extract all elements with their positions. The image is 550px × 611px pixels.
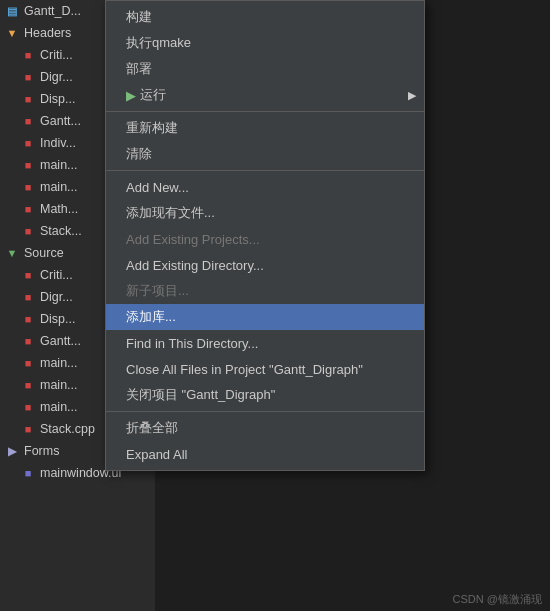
menu-item-expand-all[interactable]: Expand All	[106, 441, 424, 467]
menu-item-find-in-dir[interactable]: Find in This Directory...	[106, 330, 424, 356]
menu-item-add-new[interactable]: Add New...	[106, 174, 424, 200]
main-layout: ▤ Gantt_D... ▼ Headers ■ Criti... ■ Digr…	[0, 0, 550, 611]
menu-item-add-existing-dir[interactable]: Add Existing Directory...	[106, 252, 424, 278]
menu-item-build[interactable]: 构建	[106, 4, 424, 30]
menu-item-qmake[interactable]: 执行qmake	[106, 30, 424, 56]
menu-item-add-existing-file[interactable]: 添加现有文件...	[106, 200, 424, 226]
menu-item-add-library[interactable]: 添加库...	[106, 304, 424, 330]
menu-item-rebuild[interactable]: 重新构建	[106, 115, 424, 141]
menu-item-clean[interactable]: 清除	[106, 141, 424, 167]
menu-item-close-project[interactable]: 关闭项目 "Gantt_Digraph"	[106, 382, 424, 408]
menu-separator-3	[106, 411, 424, 412]
submenu-arrow-icon: ▶	[408, 89, 416, 102]
menu-item-close-all-files[interactable]: Close All Files in Project "Gantt_Digrap…	[106, 356, 424, 382]
context-menu-overlay: 构建 执行qmake 部署 ▶ 运行 ▶ 重新构建 清除 Add New..	[0, 0, 550, 611]
menu-item-deploy[interactable]: 部署	[106, 56, 424, 82]
context-menu: 构建 执行qmake 部署 ▶ 运行 ▶ 重新构建 清除 Add New..	[105, 0, 425, 471]
menu-item-collapse-all[interactable]: 折叠全部	[106, 415, 424, 441]
menu-separator-1	[106, 111, 424, 112]
menu-separator-2	[106, 170, 424, 171]
menu-item-add-existing-projects: Add Existing Projects...	[106, 226, 424, 252]
menu-item-new-subproject: 新子项目...	[106, 278, 424, 304]
menu-item-run[interactable]: ▶ 运行 ▶	[106, 82, 424, 108]
